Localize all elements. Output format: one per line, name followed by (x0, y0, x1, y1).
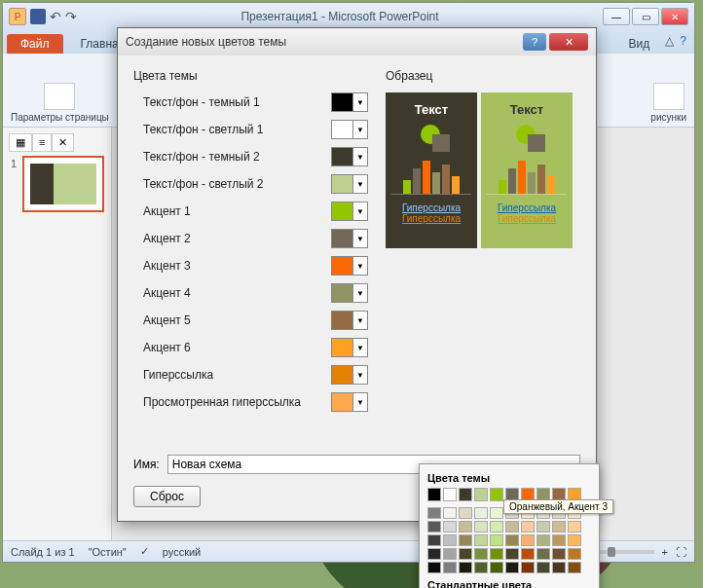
color-swatch[interactable] (490, 521, 503, 533)
color-swatch[interactable] (459, 488, 472, 501)
dialog-close-button[interactable]: ✕ (549, 33, 588, 51)
color-dropdown[interactable]: ▼ (331, 120, 368, 139)
spellcheck-icon[interactable]: ✓ (140, 545, 149, 558)
color-tooltip: Оранжевый, Акцент 3 (503, 499, 613, 514)
save-icon[interactable] (30, 9, 46, 24)
color-swatch[interactable] (474, 488, 488, 501)
color-dropdown[interactable]: ▼ (331, 256, 368, 276)
chevron-down-icon: ▼ (353, 121, 367, 138)
color-swatch[interactable] (459, 534, 472, 546)
color-swatch[interactable] (459, 548, 472, 560)
redo-icon[interactable]: ↷ (65, 9, 77, 24)
color-swatch[interactable] (505, 521, 519, 533)
color-swatch[interactable] (536, 534, 550, 546)
color-swatch[interactable] (552, 534, 566, 546)
color-swatch[interactable] (427, 521, 441, 533)
color-swatch[interactable] (505, 534, 519, 546)
close-panel-icon[interactable]: ✕ (52, 133, 74, 152)
color-row: Акцент 6▼ (133, 338, 368, 357)
color-swatch[interactable] (443, 521, 457, 533)
color-swatch[interactable] (474, 562, 488, 573)
color-label: Гиперссылка (143, 368, 331, 382)
color-swatch[interactable] (505, 548, 519, 560)
fit-button[interactable]: ⛶ (676, 546, 686, 558)
tab-view[interactable]: Вид (619, 34, 660, 54)
color-dropdown[interactable]: ▼ (331, 338, 368, 357)
color-swatch[interactable] (427, 488, 441, 501)
color-dropdown[interactable]: ▼ (331, 311, 368, 330)
color-swatch[interactable] (474, 534, 488, 546)
color-swatch[interactable] (568, 534, 581, 546)
color-swatch[interactable] (490, 488, 503, 501)
ribbon-minimize-icon[interactable]: △ (665, 34, 674, 54)
minimize-button[interactable]: — (603, 8, 630, 25)
color-swatch[interactable] (459, 562, 472, 573)
color-swatch[interactable] (490, 562, 503, 573)
color-swatch[interactable] (505, 562, 519, 573)
color-swatch[interactable] (521, 548, 535, 560)
reset-button[interactable]: Сброс (133, 486, 201, 507)
ribbon-drawings[interactable]: рисунки (650, 57, 686, 123)
color-swatch[interactable] (443, 507, 457, 519)
outline-tab-icon[interactable]: ≡ (32, 133, 52, 152)
color-swatch[interactable] (459, 521, 472, 533)
color-dropdown[interactable]: ▼ (331, 283, 368, 303)
color-swatch[interactable] (443, 562, 457, 573)
window-title: Презентация1 - Microsoft PowerPoint (77, 10, 603, 23)
dialog-titlebar: Создание новых цветов темы ? ✕ (118, 28, 596, 55)
ribbon-page-setup[interactable]: Параметры страницы (11, 57, 109, 123)
color-swatch[interactable] (521, 562, 535, 573)
color-swatch[interactable] (536, 548, 550, 560)
color-swatch[interactable] (536, 562, 550, 573)
color-swatch[interactable] (427, 534, 441, 546)
color-dropdown[interactable]: ▼ (331, 392, 368, 412)
color-dropdown[interactable]: ▼ (331, 92, 368, 112)
color-swatch[interactable] (427, 562, 441, 573)
color-label: Акцент 5 (143, 313, 331, 327)
color-swatch[interactable] (443, 488, 457, 501)
slides-tab-icon[interactable]: ▦ (9, 133, 32, 152)
theme-colors-label: Цвета темы (133, 69, 368, 83)
undo-icon[interactable]: ↶ (50, 9, 61, 24)
color-swatch[interactable] (536, 521, 550, 533)
chevron-down-icon: ▼ (353, 312, 367, 329)
color-swatch[interactable] (459, 507, 472, 519)
close-button[interactable]: ✕ (661, 8, 688, 25)
maximize-button[interactable]: ▭ (632, 8, 659, 25)
color-swatch[interactable] (490, 534, 503, 546)
color-swatch[interactable] (568, 562, 581, 573)
color-swatch[interactable] (521, 534, 535, 546)
status-lang[interactable]: русский (163, 546, 201, 558)
color-swatch[interactable] (490, 548, 503, 560)
zoom-in-button[interactable]: + (662, 546, 668, 558)
color-dropdown[interactable]: ▼ (331, 147, 368, 166)
tab-file[interactable]: Файл (7, 34, 63, 54)
color-dropdown[interactable]: ▼ (331, 229, 368, 248)
color-dropdown[interactable]: ▼ (331, 174, 368, 194)
color-swatch[interactable] (474, 521, 488, 533)
color-swatch[interactable] (568, 521, 581, 533)
color-row: Акцент 5▼ (133, 311, 368, 330)
color-swatch[interactable] (521, 521, 535, 533)
dialog-help-button[interactable]: ? (523, 33, 546, 51)
status-slide: Слайд 1 из 1 (11, 546, 75, 558)
color-swatch[interactable] (427, 507, 441, 519)
color-swatch[interactable] (568, 548, 581, 560)
chevron-down-icon: ▼ (353, 202, 367, 220)
color-swatch[interactable] (443, 548, 457, 560)
color-swatch[interactable] (490, 507, 503, 519)
color-row: Акцент 3▼ (133, 256, 368, 276)
color-swatch[interactable] (552, 548, 566, 560)
color-dropdown[interactable]: ▼ (331, 365, 368, 385)
chevron-down-icon: ▼ (353, 257, 367, 275)
color-swatch[interactable] (552, 562, 566, 573)
color-swatch[interactable] (474, 507, 488, 519)
color-dropdown[interactable]: ▼ (331, 202, 368, 221)
color-swatch[interactable] (427, 548, 441, 560)
color-swatch[interactable] (552, 521, 566, 533)
color-swatch[interactable] (474, 548, 488, 560)
help-icon[interactable]: ? (680, 34, 686, 54)
color-swatch[interactable] (443, 534, 457, 546)
slide-thumbnail[interactable]: 1 (22, 156, 104, 212)
chevron-down-icon: ▼ (353, 366, 367, 384)
